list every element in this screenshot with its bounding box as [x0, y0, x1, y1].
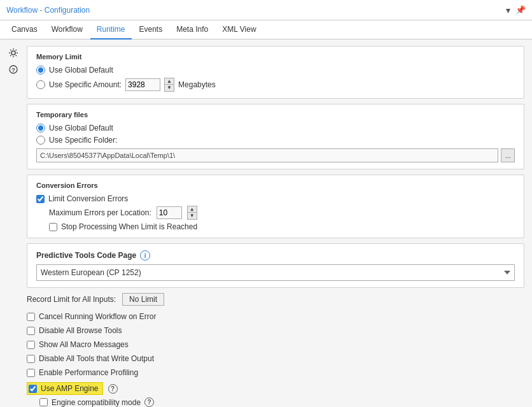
- memory-specific-label: Use Specific Amount:: [49, 80, 122, 89]
- options-section: Record Limit for All Inputs: No Limit Ca…: [27, 293, 524, 407]
- limit-conversion-checkbox[interactable]: [36, 195, 45, 203]
- memory-amount-wrapper: ▲ ▼ Megabytes: [125, 78, 216, 92]
- folder-browse-button[interactable]: ...: [501, 148, 515, 162]
- amp-engine-checkbox[interactable]: [29, 385, 37, 393]
- temp-specific-radio[interactable]: [36, 136, 45, 145]
- title-bar-left: Workflow - Configuration: [6, 6, 90, 15]
- max-errors-label: Maximum Errors per Location:: [49, 208, 151, 217]
- tabs-bar: Canvas Workflow Runtime Events Meta Info…: [0, 20, 532, 39]
- temp-global-radio[interactable]: [36, 124, 45, 132]
- sidebar: ?: [8, 46, 22, 401]
- svg-point-0: [11, 51, 15, 55]
- record-limit-row: Record Limit for All Inputs: No Limit: [27, 293, 524, 306]
- tab-xmlview[interactable]: XML View: [216, 20, 262, 39]
- engine-compat-question-icon[interactable]: ?: [144, 397, 154, 407]
- memory-spinner: ▲ ▼: [164, 78, 174, 92]
- svg-text:?: ?: [11, 67, 15, 73]
- memory-global-radio[interactable]: [36, 66, 45, 75]
- stop-processing-row: Stop Processing When Limit is Reached: [49, 222, 515, 231]
- tab-runtime[interactable]: Runtime: [90, 20, 132, 39]
- enable-profiling-row: Enable Performance Profiling: [27, 368, 524, 377]
- tab-workflow[interactable]: Workflow: [45, 20, 89, 39]
- memory-global-label: Use Global Default: [49, 66, 113, 75]
- conversion-errors-title: Conversion Errors: [36, 182, 515, 189]
- engine-compat-row: Engine compatibility mode ?: [39, 397, 524, 407]
- memory-limit-title: Memory Limit: [36, 53, 515, 61]
- max-errors-input[interactable]: [157, 206, 182, 219]
- stop-processing-label: Stop Processing When Limit is Reached: [61, 222, 197, 231]
- engine-compat-checkbox[interactable]: [39, 398, 48, 406]
- temp-global-label: Use Global Default: [49, 124, 113, 132]
- enable-profiling-checkbox[interactable]: [27, 369, 35, 377]
- max-errors-spinner-down[interactable]: ▼: [188, 213, 197, 219]
- max-errors-spinner-up[interactable]: ▲: [188, 206, 197, 213]
- limit-conversion-row: Limit Conversion Errors: [36, 194, 515, 203]
- folder-path-input[interactable]: [36, 148, 498, 162]
- temp-radio-group: Use Global Default Use Specific Folder:: [36, 124, 515, 145]
- tab-events[interactable]: Events: [133, 20, 169, 39]
- memory-spinner-up[interactable]: ▲: [165, 78, 174, 85]
- amp-engine-row: Use AMP Engine ?: [27, 382, 524, 395]
- tab-canvas[interactable]: Canvas: [5, 20, 44, 39]
- temp-specific-row: Use Specific Folder:: [36, 136, 515, 145]
- stop-processing-checkbox[interactable]: [49, 223, 57, 231]
- disable-tools-checkbox[interactable]: [27, 355, 35, 363]
- max-errors-row: Maximum Errors per Location: ▲ ▼: [49, 206, 515, 220]
- memory-spinner-down[interactable]: ▼: [165, 85, 174, 91]
- show-macro-checkbox[interactable]: [27, 341, 35, 349]
- disable-tools-label: Disable All Tools that Write Output: [39, 354, 154, 363]
- max-errors-spinner: ▲ ▼: [187, 206, 197, 220]
- no-limit-button[interactable]: No Limit: [122, 293, 164, 306]
- disable-browse-checkbox[interactable]: [27, 327, 35, 335]
- show-macro-row: Show All Macro Messages: [27, 340, 524, 349]
- show-macro-label: Show All Macro Messages: [39, 340, 129, 349]
- memory-specific-row: Use Specific Amount: ▲ ▼ Megabytes: [36, 78, 515, 92]
- help-icon[interactable]: ?: [8, 64, 19, 75]
- amp-highlight: Use AMP Engine: [27, 382, 103, 395]
- temp-specific-label: Use Specific Folder:: [49, 136, 117, 145]
- temp-files-section: Temporary files Use Global Default Use S…: [27, 104, 524, 169]
- dropdown-wrapper: Western European (CP 1252) UTF-8 UTF-16: [36, 264, 515, 281]
- disable-tools-row: Disable All Tools that Write Output: [27, 354, 524, 363]
- memory-unit-label: Megabytes: [178, 80, 216, 89]
- enable-profiling-label: Enable Performance Profiling: [39, 368, 138, 377]
- temp-files-title: Temporary files: [36, 111, 515, 118]
- predictive-title: Predictive Tools Code Page: [36, 251, 136, 260]
- cancel-running-checkbox[interactable]: [27, 313, 35, 321]
- memory-specific-radio[interactable]: [36, 80, 45, 89]
- content-area: Memory Limit Use Global Default Use Spec…: [27, 46, 524, 401]
- dropdown-icon[interactable]: ▾: [506, 5, 510, 15]
- settings-icon[interactable]: [8, 47, 19, 59]
- limit-conversion-label: Limit Conversion Errors: [48, 194, 128, 203]
- title-bar-right: ▾ 📌: [506, 5, 526, 15]
- memory-radio-group: Use Global Default Use Specific Amount: …: [36, 66, 515, 92]
- disable-browse-row: Disable All Browse Tools: [27, 326, 524, 335]
- cancel-running-row: Cancel Running Workflow on Error: [27, 312, 524, 321]
- conversion-errors-section: Conversion Errors Limit Conversion Error…: [27, 175, 524, 238]
- amp-engine-label: Use AMP Engine: [41, 384, 99, 393]
- main-content: ? Memory Limit Use Global Default Use Sp…: [0, 39, 532, 407]
- title-bar: Workflow - Configuration ▾ 📌: [0, 0, 532, 20]
- pin-icon[interactable]: 📌: [515, 5, 526, 15]
- memory-amount-input[interactable]: [125, 78, 160, 91]
- folder-row: ...: [36, 148, 515, 162]
- temp-global-row: Use Global Default: [36, 124, 515, 132]
- title-text: Workflow - Configuration: [6, 6, 90, 15]
- record-limit-label: Record Limit for All Inputs:: [27, 295, 116, 304]
- predictive-title-row: Predictive Tools Code Page i: [36, 250, 515, 261]
- cancel-running-label: Cancel Running Workflow on Error: [39, 312, 157, 321]
- disable-browse-label: Disable All Browse Tools: [39, 326, 122, 335]
- memory-global-row: Use Global Default: [36, 66, 515, 75]
- engine-compat-label: Engine compatibility mode: [52, 398, 141, 407]
- code-page-dropdown[interactable]: Western European (CP 1252) UTF-8 UTF-16: [36, 264, 515, 281]
- tab-metainfo[interactable]: Meta Info: [170, 20, 214, 39]
- info-icon-text: i: [144, 252, 146, 259]
- predictive-info-icon[interactable]: i: [140, 250, 150, 261]
- predictive-tools-section: Predictive Tools Code Page i Western Eur…: [27, 243, 524, 288]
- memory-limit-section: Memory Limit Use Global Default Use Spec…: [27, 46, 524, 99]
- amp-question-icon[interactable]: ?: [108, 384, 118, 394]
